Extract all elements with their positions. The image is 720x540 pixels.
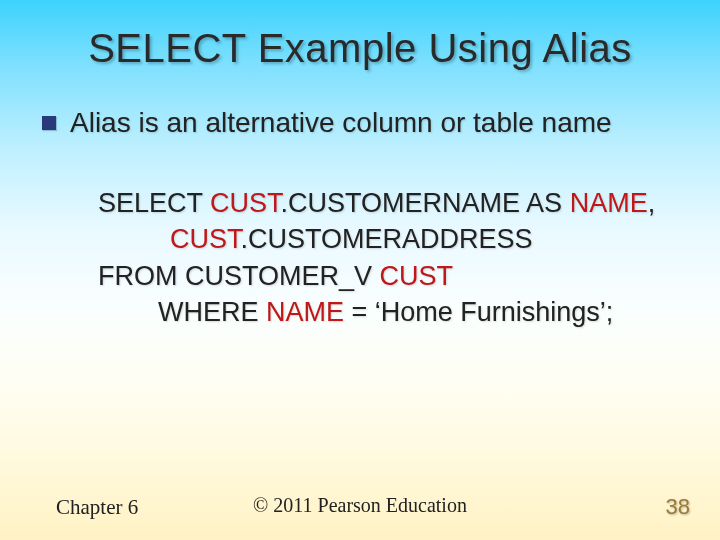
alias-cust: CUST bbox=[380, 261, 454, 291]
code-text: .CUSTOMERNAME AS bbox=[281, 188, 570, 218]
code-line-4: WHERE NAME = ‘Home Furnishings’; bbox=[98, 294, 690, 330]
code-text: , bbox=[648, 188, 656, 218]
sql-example: SELECT CUST.CUSTOMERNAME AS NAME, CUST.C… bbox=[98, 185, 690, 331]
code-line-3: FROM CUSTOMER_V CUST bbox=[98, 258, 690, 294]
alias-name: NAME bbox=[570, 188, 648, 218]
slide-body: Alias is an alternative column or table … bbox=[0, 71, 720, 331]
bullet-text: Alias is an alternative column or table … bbox=[70, 107, 612, 139]
alias-name: NAME bbox=[266, 297, 344, 327]
slide: SELECT Example Using Alias Alias is an a… bbox=[0, 0, 720, 540]
alias-cust: CUST bbox=[170, 224, 241, 254]
code-line-1: SELECT CUST.CUSTOMERNAME AS NAME, bbox=[98, 185, 690, 221]
code-text: FROM CUSTOMER_V bbox=[98, 261, 380, 291]
slide-title: SELECT Example Using Alias bbox=[0, 0, 720, 71]
bullet-icon bbox=[42, 116, 56, 130]
code-text: .CUSTOMERADDRESS bbox=[241, 224, 533, 254]
bullet-row: Alias is an alternative column or table … bbox=[42, 107, 690, 139]
code-text: SELECT bbox=[98, 188, 210, 218]
code-text: = ‘Home Furnishings’; bbox=[344, 297, 613, 327]
chapter-label: Chapter 6 bbox=[56, 495, 138, 520]
page-number: 38 bbox=[666, 494, 690, 520]
code-line-2: CUST.CUSTOMERADDRESS bbox=[98, 221, 690, 257]
code-text: WHERE bbox=[158, 297, 266, 327]
footer: Chapter 6 © 2011 Pearson Education 38 bbox=[0, 494, 720, 520]
alias-cust: CUST bbox=[210, 188, 281, 218]
copyright-label: © 2011 Pearson Education bbox=[253, 494, 467, 517]
